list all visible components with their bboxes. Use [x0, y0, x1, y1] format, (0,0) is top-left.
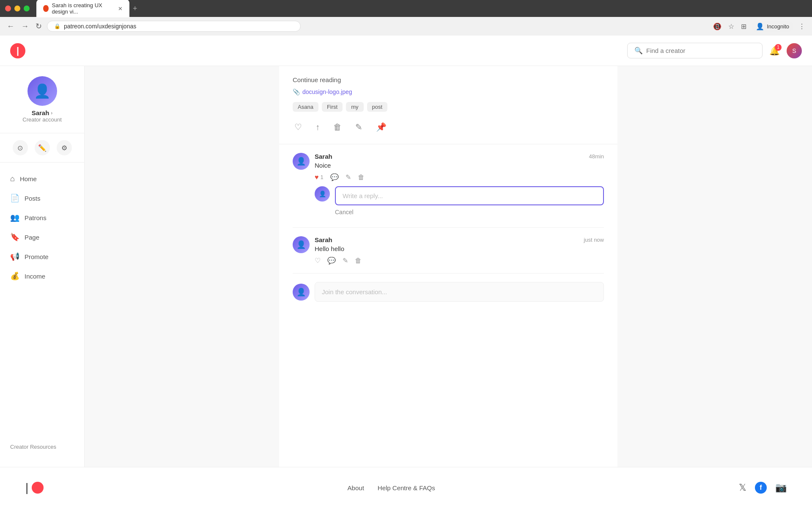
search-input[interactable]: [646, 47, 755, 54]
comments-section: 👤 Sarah 48min Noice ♥: [279, 144, 617, 320]
footer-logo: |: [25, 481, 44, 494]
income-icon: 💰: [10, 271, 19, 281]
about-link[interactable]: About: [348, 484, 364, 491]
comment-2: 👤 Sarah just now Hello hello: [293, 228, 604, 273]
patreon-logo[interactable]: |: [10, 43, 25, 58]
more-menu-icon[interactable]: ⋮: [797, 21, 807, 32]
sidebar-nav: ⌂ Home 📄 Posts 👥 Patrons 🔖 Page 📢: [0, 163, 84, 293]
sidebar-item-page-label: Page: [25, 234, 39, 241]
delete-button[interactable]: 🗑: [332, 121, 343, 134]
comment-1-like-button[interactable]: ♥ 1: [315, 174, 324, 181]
twitter-icon[interactable]: 𝕏: [739, 482, 746, 493]
footer-links: About Help Centre & FAQs: [348, 484, 435, 491]
sidebar-item-posts[interactable]: 📄 Posts: [0, 188, 84, 208]
help-link[interactable]: Help Centre & FAQs: [378, 484, 435, 491]
pin-button[interactable]: 📌: [374, 120, 388, 134]
comment-2-text: Hello hello: [315, 245, 604, 252]
join-avatar: 👤: [293, 284, 310, 301]
reply-cancel-button[interactable]: Cancel: [335, 205, 354, 219]
comment-2-avatar: 👤: [293, 236, 310, 253]
heart-icon: ♡: [315, 257, 321, 265]
browser-tab[interactable]: Sarah is creating UX design vi... ✕: [36, 0, 129, 17]
search-icon: 🔍: [634, 47, 643, 55]
comment-2-like-button[interactable]: ♡: [315, 257, 321, 265]
tag-first[interactable]: First: [322, 102, 343, 112]
lock-icon: 🔒: [54, 23, 60, 29]
profile-icon: 👤: [756, 22, 764, 30]
continue-reading-link[interactable]: Continue reading: [293, 76, 604, 83]
sidebar-item-page[interactable]: 🔖 Page: [0, 227, 84, 247]
attachment-link[interactable]: docusign-logo.jpeg: [302, 88, 352, 95]
user-avatar-nav[interactable]: S: [787, 43, 802, 58]
comment-2-delete-button[interactable]: 🗑: [355, 257, 362, 265]
explore-button[interactable]: ⊙: [13, 140, 28, 155]
sidebar-item-income-label: Income: [25, 273, 45, 280]
facebook-icon[interactable]: f: [755, 482, 767, 494]
sidebar-item-promote[interactable]: 📢 Promote: [0, 247, 84, 266]
camera-off-icon[interactable]: 📵: [711, 21, 723, 32]
sidebar: 👤 Sarah › Creator account ⊙ ✏️ ⚙ ⌂ Home: [0, 66, 85, 467]
attachment: 📎 docusign-logo.jpeg: [293, 88, 604, 95]
content-inner: Continue reading 📎 docusign-logo.jpeg As…: [279, 66, 617, 467]
bookmark-icon[interactable]: ☆: [727, 21, 736, 32]
reply-input[interactable]: [335, 186, 604, 205]
forward-button[interactable]: →: [19, 20, 30, 33]
tag-my[interactable]: my: [346, 102, 363, 112]
sidebar-name[interactable]: Sarah ›: [32, 109, 53, 116]
sidebar-item-patrons[interactable]: 👥 Patrons: [0, 208, 84, 227]
minimize-window-button[interactable]: [14, 6, 20, 11]
home-icon: ⌂: [10, 174, 15, 183]
tab-close-button[interactable]: ✕: [118, 6, 123, 12]
edit-icon-2: ✎: [343, 257, 348, 265]
maximize-window-button[interactable]: [24, 6, 30, 11]
comment-2-reply-button[interactable]: 💬: [327, 257, 336, 265]
comment-1-actions: ♥ 1 💬 ✎: [315, 173, 604, 181]
tag-asana[interactable]: Asana: [293, 102, 318, 112]
browser-toolbar-actions: 📵 ☆ ⊞ 👤 Incognito ⋮: [711, 21, 807, 32]
footer-logo-icon: [32, 482, 44, 494]
new-tab-button[interactable]: +: [133, 4, 137, 13]
comment-1-author: Sarah: [315, 153, 332, 160]
sidebar-footer[interactable]: Creator Resources: [0, 437, 84, 457]
comment-2-edit-button[interactable]: ✎: [343, 257, 348, 265]
comment-1-reply-button[interactable]: 💬: [330, 173, 339, 181]
comment-2-body: Sarah just now Hello hello ♡ 💬: [315, 236, 604, 265]
main-layout: 👤 Sarah › Creator account ⊙ ✏️ ⚙ ⌂ Home: [0, 66, 812, 467]
comment-1-time: 48min: [589, 153, 604, 160]
comment-1-avatar: 👤: [293, 153, 310, 170]
search-bar[interactable]: 🔍: [627, 43, 763, 58]
footer-logo-text: |: [25, 481, 28, 494]
tab-title: Sarah is creating UX design vi...: [52, 2, 113, 15]
back-button[interactable]: ←: [5, 20, 16, 33]
sidebar-item-posts-label: Posts: [25, 195, 41, 202]
like-button[interactable]: ♡: [293, 120, 304, 134]
comment-1-text: Noice: [315, 162, 604, 169]
reload-button[interactable]: ↻: [34, 20, 44, 33]
share-button[interactable]: ↑: [314, 121, 321, 134]
tag-post[interactable]: post: [367, 102, 388, 112]
comment-1-edit-button[interactable]: ✎: [346, 173, 351, 181]
settings-button[interactable]: ⚙: [57, 140, 72, 155]
comment-2-header: 👤 Sarah just now Hello hello: [293, 236, 604, 265]
paperclip-icon: 📎: [293, 88, 300, 95]
comment-1-delete-button[interactable]: 🗑: [358, 174, 365, 181]
sidebar-item-home[interactable]: ⌂ Home: [0, 169, 84, 188]
tab-favicon: [43, 5, 49, 12]
comment-icon: 💬: [330, 173, 339, 181]
comment-icon-2: 💬: [327, 257, 336, 265]
patreon-logo-icon: |: [10, 43, 25, 58]
page-footer: | About Help Centre & FAQs 𝕏 f 📷: [0, 467, 812, 508]
create-post-button[interactable]: ✏️: [35, 140, 50, 155]
join-conversation-input[interactable]: Join the conversation...: [315, 282, 604, 302]
edit-button[interactable]: ✎: [354, 120, 364, 134]
sidebar-item-promote-label: Promote: [25, 253, 49, 260]
extensions-icon[interactable]: ⊞: [739, 21, 748, 32]
instagram-icon[interactable]: 📷: [775, 482, 787, 493]
patrons-icon: 👥: [10, 213, 19, 222]
incognito-profile[interactable]: 👤 Incognito: [752, 21, 793, 32]
sidebar-item-income[interactable]: 💰 Income: [0, 266, 84, 286]
close-window-button[interactable]: [5, 6, 11, 11]
reply-input-wrap: Cancel: [335, 186, 604, 219]
address-bar[interactable]: 🔒 patreon.com/uxdesignjonas: [47, 21, 301, 32]
notifications-button[interactable]: 🔔 1: [769, 46, 780, 56]
